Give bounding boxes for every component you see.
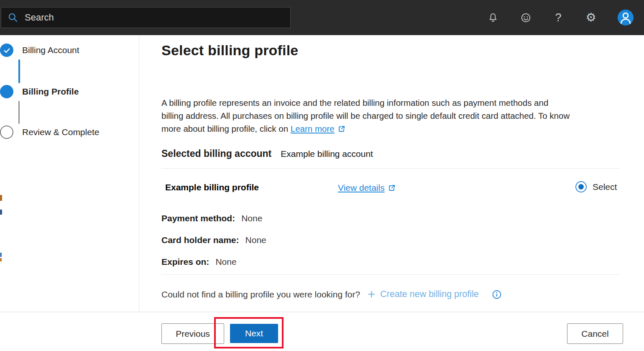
step-label: Review & Complete xyxy=(22,127,99,137)
step-upcoming-circle-icon xyxy=(0,126,13,139)
radio-selected-icon[interactable] xyxy=(575,181,587,192)
main-panel: Select billing profile A billing profile… xyxy=(140,35,644,312)
select-radio-label: Select xyxy=(593,182,617,192)
wizard-step-billing-account[interactable]: Billing Account xyxy=(0,44,79,57)
radio-dot xyxy=(578,184,584,190)
create-profile-row: Could not find a billing profile you wer… xyxy=(161,288,502,301)
wizard-step-billing-profile[interactable]: Billing Profile xyxy=(0,85,79,98)
select-profile-radio-group[interactable]: Select xyxy=(575,181,617,192)
detail-label: Expires on: xyxy=(161,257,209,267)
card-holder-row: Card holder name: None xyxy=(161,235,266,245)
learn-more-link[interactable]: Learn more xyxy=(291,124,346,133)
detail-label: Payment method: xyxy=(161,213,235,223)
description-line: more about billing profile, click on Lea… xyxy=(161,122,630,135)
info-icon[interactable] xyxy=(491,289,502,300)
step-completed-check-icon xyxy=(0,44,13,57)
step-current-dot-icon xyxy=(0,85,13,98)
next-button[interactable]: Next xyxy=(230,324,278,343)
page-title: Select billing profile xyxy=(161,42,298,59)
detail-value: None xyxy=(241,213,262,223)
divider xyxy=(161,274,620,275)
selected-billing-account-heading: Selected billing account xyxy=(161,148,271,159)
external-link-icon xyxy=(337,125,346,133)
create-new-billing-profile-link[interactable]: + Create new billing profile xyxy=(368,288,479,301)
view-details-link[interactable]: View details xyxy=(338,183,396,193)
wizard-step-review-complete[interactable]: Review & Complete xyxy=(0,126,99,139)
settings-gear-icon[interactable]: ⚙ xyxy=(585,12,597,23)
top-app-bar: Search ? ⚙ xyxy=(0,0,644,35)
billing-profile-name: Example billing profile xyxy=(165,182,259,192)
description-line: billing address. All purchases on billin… xyxy=(161,109,630,122)
selected-billing-account-value: Example billing account xyxy=(281,149,373,159)
search-icon xyxy=(8,12,18,23)
step-connector-line xyxy=(18,59,20,83)
selected-billing-account-row: Selected billing account Example billing… xyxy=(161,148,373,159)
billing-profile-row: Example billing profile View details Sel… xyxy=(161,181,620,195)
step-label: Billing Profile xyxy=(22,87,79,97)
search-placeholder-text: Search xyxy=(25,12,54,23)
plus-icon: + xyxy=(368,288,375,301)
description-line: A billing profile represents an invoice … xyxy=(161,96,630,109)
feedback-smiley-icon[interactable] xyxy=(520,12,532,23)
detail-value: None xyxy=(245,235,266,245)
wizard-steps-sidebar: Billing Account Billing Profile Review &… xyxy=(0,35,139,312)
detail-label: Card holder name: xyxy=(161,235,239,245)
divider xyxy=(161,168,620,169)
notifications-bell-icon[interactable] xyxy=(487,12,499,23)
background-page-artifact xyxy=(0,195,2,201)
background-page-artifact xyxy=(0,258,2,261)
help-icon[interactable]: ? xyxy=(552,12,564,23)
search-input[interactable]: Search xyxy=(1,7,291,28)
footer-divider xyxy=(0,312,644,312)
topbar-icon-group: ? ⚙ xyxy=(487,0,634,35)
cancel-button[interactable]: Cancel xyxy=(567,323,623,344)
expires-on-row: Expires on: None xyxy=(161,257,237,267)
background-page-artifact xyxy=(0,210,2,215)
billing-wizard-page: { "topbar": { "search_placeholder": "Sea… xyxy=(0,0,644,351)
account-avatar[interactable] xyxy=(618,10,634,26)
payment-method-row: Payment method: None xyxy=(161,213,262,223)
external-link-icon xyxy=(388,184,396,192)
not-found-text: Could not find a billing profile you wer… xyxy=(161,290,360,300)
step-connector-line xyxy=(18,101,20,124)
detail-value: None xyxy=(215,257,236,267)
background-page-artifact xyxy=(0,253,2,257)
step-label: Billing Account xyxy=(22,45,79,55)
previous-button[interactable]: Previous xyxy=(161,323,224,344)
billing-profile-description: A billing profile represents an invoice … xyxy=(161,96,630,135)
